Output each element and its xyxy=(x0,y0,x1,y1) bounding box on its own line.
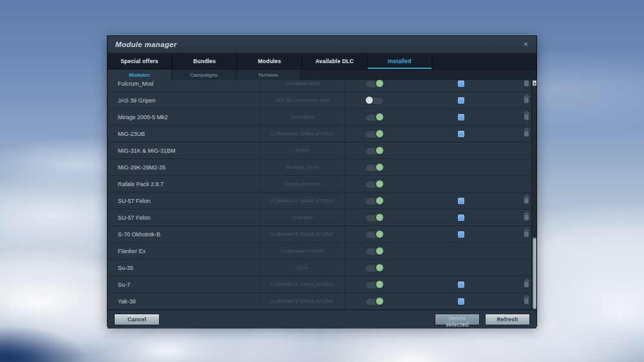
module-select-checkbox[interactable] xyxy=(458,281,464,288)
module-name: SU-57 Felon xyxy=(108,193,260,209)
module-toggle-cell xyxy=(345,260,403,276)
module-developer: Codename Flanker xyxy=(260,243,345,259)
module-checkbox-cell xyxy=(403,126,519,142)
module-checkbox-cell xyxy=(403,209,519,225)
refresh-button[interactable]: Refresh xyxy=(485,314,530,325)
module-enabled-toggle[interactable] xyxy=(365,130,384,138)
module-developer: ISVA xyxy=(260,260,345,276)
module-enabled-toggle[interactable] xyxy=(365,231,384,238)
module-select-checkbox[interactable] xyxy=(458,214,464,221)
module-select-checkbox[interactable] xyxy=(458,97,464,104)
module-developer: Leviathan0815 xyxy=(260,80,345,91)
subtab-campaigns[interactable]: Campaigns xyxy=(172,70,236,80)
cancel-button[interactable]: Cancel xyxy=(114,314,160,325)
scrollbar[interactable] xyxy=(531,80,536,310)
module-row: Mirage 2000-5 Mk2civorodom xyxy=(108,109,536,126)
tab-available-dlc[interactable]: Available DLC xyxy=(303,53,368,69)
module-select-checkbox[interactable] xyxy=(458,231,464,238)
module-developer: CUBANACE SIMULATIONS xyxy=(260,126,345,142)
close-icon[interactable]: × xyxy=(521,39,531,50)
toggle-knob xyxy=(375,80,384,88)
module-toggle-cell xyxy=(345,276,403,292)
module-developer: Cuesta Brothers xyxy=(260,176,345,192)
toggle-knob xyxy=(375,196,384,205)
module-toggle-cell xyxy=(345,80,403,91)
module-row: MiG-23UBCUBANACE SIMULATIONS xyxy=(108,126,536,142)
module-checkbox-cell xyxy=(403,243,519,259)
module-row: Rafale Pack 2.8.7Cuesta Brothers xyxy=(108,176,536,193)
module-toggle-cell xyxy=(345,142,403,158)
module-select-checkbox[interactable] xyxy=(458,131,464,137)
module-developer: Multiple_Devs xyxy=(260,159,345,175)
module-enabled-toggle[interactable] xyxy=(365,180,384,188)
scrollbar-thumb[interactable] xyxy=(533,238,536,309)
tab-bundles[interactable]: Bundles xyxy=(173,53,238,69)
module-developer: Unknown xyxy=(260,209,345,225)
module-enabled-toggle[interactable] xyxy=(365,214,384,222)
sky-background: Module manager × Special offersBundlesMo… xyxy=(0,0,644,362)
module-select-checkbox[interactable] xyxy=(458,114,464,120)
module-checkbox-cell xyxy=(403,276,519,292)
module-enabled-toggle[interactable] xyxy=(365,281,384,289)
module-row: SU-57 FelonUnknown xyxy=(108,209,536,226)
module-enabled-toggle[interactable] xyxy=(365,147,384,155)
module-checkbox-cell xyxy=(403,92,519,108)
module-checkbox-cell xyxy=(403,109,519,125)
trash-icon[interactable] xyxy=(524,114,529,120)
subtab-terrains[interactable]: Terrains xyxy=(236,70,301,80)
trash-icon[interactable] xyxy=(524,298,529,304)
module-name: JAS 39 Gripen xyxy=(108,92,260,108)
module-toggle-cell xyxy=(345,92,403,108)
trash-icon[interactable] xyxy=(524,231,529,237)
module-manager-dialog: Module manager × Special offersBundlesMo… xyxy=(107,35,537,327)
trash-icon[interactable] xyxy=(524,81,529,86)
toggle-knob xyxy=(375,112,384,122)
module-toggle-cell xyxy=(345,159,403,175)
trash-icon[interactable] xyxy=(524,198,529,204)
module-toggle-cell xyxy=(345,226,403,242)
up-arrow-icon xyxy=(533,82,536,84)
toggle-knob xyxy=(375,162,384,172)
module-list: Fulcrum_ModLeviathan0815JAS 39 GripenJAS… xyxy=(108,80,536,310)
trash-icon[interactable] xyxy=(524,97,529,103)
module-row: JAS 39 GripenJAS 39 Community Mod xyxy=(108,92,536,109)
module-enabled-toggle[interactable] xyxy=(365,247,384,255)
module-checkbox-cell xyxy=(403,260,519,276)
module-toggle-cell xyxy=(345,126,403,142)
trash-icon[interactable] xyxy=(524,214,529,220)
tab-special-offers[interactable]: Special offers xyxy=(108,53,173,69)
module-name: S-70 Okhotnik-B xyxy=(108,226,260,242)
module-enabled-toggle[interactable] xyxy=(365,80,384,88)
tab-installed[interactable]: Installed xyxy=(368,53,433,69)
module-select-checkbox[interactable] xyxy=(458,198,464,204)
module-row: MiG-31K & MiG-31BMJSN64 xyxy=(108,142,536,159)
main-tab-bar: Special offersBundlesModulesAvailable DL… xyxy=(108,53,536,70)
module-enabled-toggle[interactable] xyxy=(365,97,384,104)
module-checkbox-cell xyxy=(403,293,519,309)
module-name: Su-7 xyxy=(108,276,260,292)
module-enabled-toggle[interactable] xyxy=(365,113,384,121)
module-enabled-toggle[interactable] xyxy=(365,197,384,205)
module-row: SU-57 FelonCUBANACE SIMULATIONS xyxy=(108,193,536,209)
module-developer: civorodom xyxy=(260,109,345,125)
module-checkbox-cell xyxy=(403,142,519,158)
trash-icon[interactable] xyxy=(524,281,529,287)
toggle-knob xyxy=(375,146,384,155)
delete-selected-button[interactable]: Delete selected xyxy=(435,314,480,325)
dialog-footer: Cancel Delete selected Refresh xyxy=(108,310,536,329)
module-enabled-toggle[interactable] xyxy=(365,298,384,305)
tab-modules[interactable]: Modules xyxy=(238,53,303,69)
module-toggle-cell xyxy=(345,209,403,225)
subtab-modules[interactable]: Modules xyxy=(108,70,172,80)
module-enabled-toggle[interactable] xyxy=(365,164,384,171)
scroll-up-button[interactable] xyxy=(533,81,536,86)
module-enabled-toggle[interactable] xyxy=(365,264,384,272)
module-name: Mirage 2000-5 Mk2 xyxy=(108,109,260,125)
module-select-checkbox[interactable] xyxy=(458,81,464,87)
trash-icon[interactable] xyxy=(524,131,529,137)
toggle-knob xyxy=(375,129,384,138)
module-row: Flanker ExCodename Flanker xyxy=(108,243,536,260)
module-developer: CUBANACE SIMULATIONS xyxy=(260,226,345,242)
module-select-checkbox[interactable] xyxy=(458,298,464,305)
module-checkbox-cell xyxy=(403,176,519,192)
